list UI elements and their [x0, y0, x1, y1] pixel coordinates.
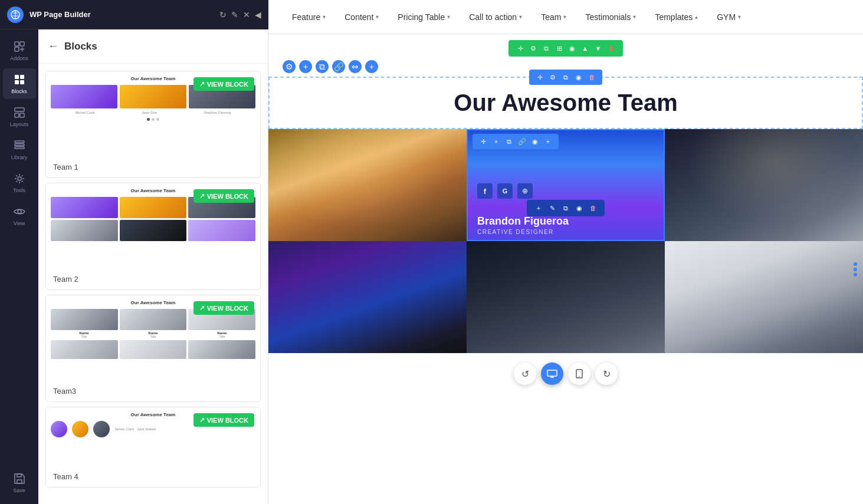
block-item-team1[interactable]: Our Awesome Team Michel ClarkJean DoeSte…	[45, 71, 261, 178]
header-icons: ↻ ✎ ✕ ◀	[219, 10, 261, 19]
layouts-label: Layouts	[10, 121, 29, 127]
app-title: WP Page Builder	[29, 10, 214, 19]
sidebar-item-tools[interactable]: Tools	[3, 167, 36, 198]
chevron-down-icon: ▾	[519, 14, 522, 20]
svg-rect-8	[15, 108, 24, 111]
top-nav: Feature ▾ Content ▾ Pricing Table ▾ Call…	[268, 0, 863, 34]
nav-gym[interactable]: GYM ▾	[707, 0, 750, 34]
widget-add-icon[interactable]: +	[533, 202, 544, 214]
wp-logo	[7, 6, 24, 23]
card2-plus2-icon[interactable]: +	[542, 136, 554, 147]
widget-copy-icon[interactable]: ⧉	[560, 202, 572, 214]
view-block-btn-team1[interactable]: ↗ VIEW BLOCK	[193, 77, 254, 91]
undo-button[interactable]: ↺	[514, 363, 536, 385]
blocks-panel: ← Blocks Our Awesome Team	[38, 29, 268, 504]
sidebar-item-library[interactable]: Library	[3, 134, 36, 165]
nav-feature[interactable]: Feature ▾	[283, 0, 335, 34]
desktop-view-button[interactable]	[541, 363, 563, 385]
sidebar-item-save[interactable]: Save	[3, 467, 36, 498]
sidebar-item-addons[interactable]: Addons	[3, 35, 36, 66]
widget-hide-icon[interactable]: ◉	[573, 202, 585, 214]
nav-testimonials[interactable]: Testimonials ▾	[576, 0, 645, 34]
col-link-btn[interactable]: 🔗	[332, 60, 345, 73]
google-icon[interactable]: G	[497, 183, 513, 199]
widget-delete-icon[interactable]: 🗑	[587, 202, 599, 214]
close-icon[interactable]: ✕	[243, 10, 250, 19]
redo-button[interactable]: ↻	[595, 363, 618, 385]
heading-hide-icon[interactable]: ◉	[573, 71, 585, 83]
chevron-down-icon: ▾	[323, 14, 326, 20]
sidebar-item-layouts[interactable]: Layouts	[3, 101, 36, 132]
addons-label: Addons	[10, 55, 28, 61]
col-settings-btn[interactable]: ⚙	[283, 60, 296, 73]
row-move-icon[interactable]: ✛	[514, 42, 526, 54]
heading-move-icon[interactable]: ✛	[534, 71, 546, 83]
canvas-area: ✛ ⚙ ⧉ ⊞ ◉ ▲ ▼ 🗑 ⚙ + ⧉ 🔗 ⇔ +	[268, 34, 863, 504]
svg-rect-16	[17, 480, 22, 483]
collapse-icon[interactable]: ◀	[255, 10, 261, 19]
sync-icon[interactable]: ↻	[219, 10, 227, 19]
svg-rect-12	[15, 144, 24, 146]
sidebar: Addons Blocks	[0, 29, 38, 504]
col-add-btn[interactable]: +	[299, 60, 312, 73]
heading-settings-icon[interactable]: ⚙	[547, 71, 559, 83]
col-expand-btn[interactable]: ⇔	[349, 60, 362, 73]
heading-delete-icon[interactable]: 🗑	[586, 71, 598, 83]
card2-move-icon[interactable]: ✛	[477, 136, 489, 147]
nav-pricing-table[interactable]: Pricing Table ▾	[388, 0, 460, 34]
svg-rect-18	[547, 370, 557, 376]
sidebar-item-view[interactable]: View	[3, 200, 36, 231]
view-block-btn-team2[interactable]: ↗ VIEW BLOCK	[193, 189, 254, 203]
card2-add-icon[interactable]: +	[490, 136, 502, 147]
row-add-btn[interactable]: +	[365, 60, 378, 73]
row-hide-icon[interactable]: ◉	[566, 42, 578, 54]
three-dots-handle[interactable]	[854, 262, 857, 276]
svg-rect-5	[20, 75, 24, 79]
svg-rect-2	[20, 42, 24, 46]
save-icon	[13, 472, 26, 485]
svg-rect-6	[15, 80, 19, 84]
card2-hide-icon[interactable]: ◉	[529, 136, 541, 147]
row-up-icon[interactable]: ▲	[579, 42, 591, 54]
block-preview-team4: Our Awesome Team James Clark Jack Walker…	[46, 407, 260, 466]
back-button[interactable]: ←	[48, 40, 58, 52]
col-copy-btn[interactable]: ⧉	[316, 60, 329, 73]
widget-edit-icon[interactable]: ✎	[546, 202, 558, 214]
tools-label: Tools	[13, 187, 25, 193]
facebook-icon[interactable]: f	[477, 183, 493, 199]
block-label-team4: Team 4	[46, 466, 260, 487]
heading-copy-icon[interactable]: ⧉	[560, 71, 572, 83]
sidebar-item-blocks[interactable]: Blocks	[3, 68, 36, 99]
nav-templates[interactable]: Templates ▴	[645, 0, 707, 34]
tablet-view-button[interactable]	[568, 363, 590, 385]
card2-copy-icon[interactable]: ⧉	[503, 136, 515, 147]
svg-point-20	[579, 376, 580, 377]
blocks-header: ← Blocks	[38, 29, 268, 64]
view-label: View	[14, 220, 25, 226]
blocks-title: Blocks	[64, 41, 97, 52]
row-copy-icon[interactable]: ⧉	[540, 42, 552, 54]
svg-point-15	[18, 210, 21, 213]
card2-link-icon[interactable]: 🔗	[516, 136, 528, 147]
github-icon[interactable]: ⊕	[517, 183, 533, 199]
chevron-up-icon: ▴	[695, 14, 698, 20]
block-item-team4[interactable]: Our Awesome Team James Clark Jack Walker…	[45, 407, 261, 487]
svg-point-14	[18, 177, 21, 180]
row-clone-icon[interactable]: ⊞	[553, 42, 565, 54]
nav-team[interactable]: Team ▾	[531, 0, 576, 34]
nav-content[interactable]: Content ▾	[335, 0, 388, 34]
view-block-btn-team4[interactable]: ↗ VIEW BLOCK	[193, 413, 254, 427]
row-delete-icon[interactable]: 🗑	[605, 42, 617, 54]
view-block-btn-team3[interactable]: ↗ VIEW BLOCK	[193, 301, 254, 315]
block-preview-team1: Our Awesome Team Michel ClarkJean DoeSte…	[46, 71, 260, 157]
block-item-team2[interactable]: Our Awesome Team	[45, 183, 261, 290]
team-card-5	[467, 241, 665, 353]
block-label-team3: Team3	[46, 381, 260, 401]
edit-icon[interactable]: ✎	[231, 10, 238, 19]
row-down-icon[interactable]: ▼	[592, 42, 604, 54]
team-member-name: Brandon Figueroa	[477, 215, 569, 228]
row-settings-icon[interactable]: ⚙	[527, 42, 539, 54]
block-label-team2: Team 2	[46, 269, 260, 289]
nav-call-to-action[interactable]: Call to action ▾	[460, 0, 531, 34]
block-item-team3[interactable]: Our Awesome Team NameTitle NameTitle Nam…	[45, 295, 261, 402]
